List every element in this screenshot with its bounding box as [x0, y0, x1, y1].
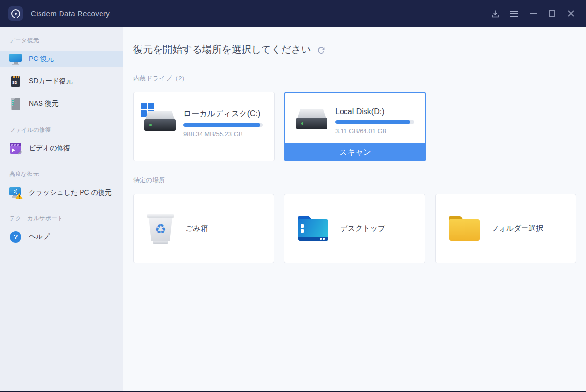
- sidebar-item-help[interactable]: ? ヘルプ: [0, 229, 123, 245]
- titlebar: Cisdem Data Recovery: [0, 0, 586, 27]
- location-label: フォルダー選択: [491, 224, 543, 233]
- desktop-card[interactable]: デスクトップ: [284, 194, 425, 263]
- internal-drives-row: ローカルディスク(C:) 988.34 MB/55.23 GB: [133, 92, 576, 161]
- drive-usage-text: 3.11 GB/64.01 GB: [335, 127, 414, 135]
- specific-locations-row: ♻ ごみ箱 デスクトップ: [133, 194, 576, 263]
- drive-name: Local Disk(D:): [335, 107, 414, 116]
- section-label-technical-support: テクニカルサポート: [0, 210, 123, 229]
- crashed-pc-icon: :(: [9, 186, 22, 199]
- section-label-advanced-recovery: 高度な復元: [0, 165, 123, 184]
- pc-monitor-icon: [9, 53, 22, 65]
- app-logo-icon: [8, 6, 23, 21]
- section-label-data-recovery: データ復元: [0, 32, 123, 51]
- desktop-folder-icon: [298, 216, 328, 241]
- main-content: 復元を開始する場所を選択してください 内蔵ドライブ（2）: [123, 27, 586, 391]
- drive-usage-bar: [183, 123, 263, 127]
- folder-picker-icon: [449, 216, 480, 241]
- sd-card-icon: SD: [9, 75, 22, 88]
- section-label-internal-drives: 内蔵ドライブ（2）: [133, 74, 576, 83]
- app-title: Cisdem Data Recovery: [31, 9, 110, 18]
- video-repair-icon: [9, 142, 22, 155]
- sidebar-item-pc-recovery[interactable]: PC 復元: [0, 51, 123, 67]
- app-window: Cisdem Data Recovery: [0, 0, 586, 392]
- drive-card-d[interactable]: Local Disk(D:) 3.11 GB/64.01 GB スキャン: [284, 92, 426, 161]
- location-label: ごみ箱: [185, 224, 208, 233]
- location-label: デスクトップ: [340, 224, 385, 233]
- scan-button[interactable]: スキャン: [284, 143, 426, 161]
- sidebar-item-label: ビデオの修復: [29, 144, 70, 153]
- sidebar-item-video-repair[interactable]: ビデオの修復: [0, 140, 123, 157]
- recycle-bin-icon: ♻: [147, 213, 174, 245]
- sidebar-item-label: ヘルプ: [29, 233, 50, 241]
- sidebar-item-label: NAS 復元: [29, 99, 59, 108]
- sidebar: データ復元 PC 復元 SD SDカード復元 NAS 復元: [0, 27, 123, 391]
- sidebar-item-label: SDカード復元: [29, 77, 73, 86]
- section-label-file-repair: ファイルの修復: [0, 121, 123, 140]
- page-title: 復元を開始する場所を選択してください: [133, 43, 311, 56]
- recycle-bin-card[interactable]: ♻ ごみ箱: [133, 194, 274, 263]
- sidebar-item-sd-card-recovery[interactable]: SD SDカード復元: [0, 73, 123, 90]
- folder-picker-card[interactable]: フォルダー選択: [435, 194, 576, 263]
- menu-icon[interactable]: [505, 4, 524, 23]
- drive-card-c[interactable]: ローカルディスク(C:) 988.34 MB/55.23 GB: [133, 92, 275, 161]
- download-icon[interactable]: [485, 4, 505, 23]
- minimize-icon[interactable]: [524, 4, 543, 23]
- maximize-icon[interactable]: [543, 4, 562, 23]
- sidebar-item-label: クラッシュした PC の復元: [29, 188, 112, 197]
- refresh-icon[interactable]: [317, 46, 325, 55]
- hdd-windows-icon: [144, 110, 176, 132]
- section-label-specific-locations: 特定の場所: [133, 176, 576, 185]
- drive-name: ローカルディスク(C:): [183, 109, 263, 119]
- sidebar-item-label: PC 復元: [29, 55, 54, 63]
- close-icon[interactable]: [562, 4, 581, 23]
- drive-usage-bar: [335, 120, 414, 124]
- nas-icon: [9, 98, 22, 110]
- drive-usage-text: 988.34 MB/55.23 GB: [183, 130, 263, 137]
- sidebar-item-crashed-pc-recovery[interactable]: :( クラッシュした PC の復元: [0, 184, 123, 201]
- hdd-icon: [296, 108, 327, 131]
- help-icon: ?: [9, 231, 22, 243]
- sidebar-item-nas-recovery[interactable]: NAS 復元: [0, 96, 123, 112]
